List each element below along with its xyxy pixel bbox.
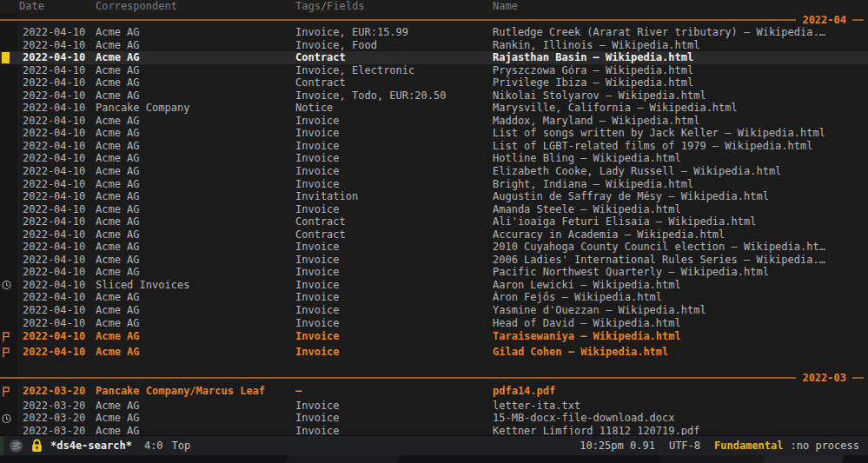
row-tags: Invoice (295, 127, 493, 140)
fringe-cell (0, 178, 23, 191)
document-row[interactable]: 2022-03-20Acme AGInvoiceKettner Limfjord… (0, 425, 868, 435)
document-row[interactable]: 2022-04-10Acme AGInvoiceMaddox, Maryland… (0, 115, 868, 128)
row-name: 2006 Ladies' International Rules Series … (493, 254, 868, 267)
lock-icon (30, 439, 43, 453)
buffer-name[interactable]: *ds4e-search* (50, 440, 132, 452)
row-date: 2022-03-20 (23, 384, 96, 400)
row-correspondent: Acme AG (96, 115, 295, 128)
fringe-cell (0, 228, 23, 241)
document-row[interactable]: 2022-04-10Acme AGInvoiceTaraisewaniya – … (0, 329, 868, 345)
document-row[interactable]: 2022-04-10Acme AGInvoiceBright, Indiana … (0, 178, 868, 191)
row-date: 2022-04-10 (23, 254, 96, 267)
document-row[interactable]: 2022-04-10Acme AGInvoiceElizabeth Cooke,… (0, 165, 868, 178)
row-correspondent: Acme AG (96, 317, 295, 330)
column-header-tags[interactable]: Tags/Fields (295, 0, 493, 13)
document-row[interactable]: 2022-04-10Acme AGContractPrivilege Ibiza… (0, 76, 868, 89)
clock-icon-fringe (0, 279, 23, 292)
document-row[interactable]: 2022-03-20Acme AGInvoice15-MB-docx-file-… (0, 412, 868, 425)
document-row[interactable]: 2022-04-10Acme AGInvoice, Todo, EUR:20.5… (0, 89, 868, 103)
month-separator: 2022-03 (0, 371, 868, 384)
column-header-correspondent[interactable]: Correspondent (96, 0, 295, 13)
major-mode-indicator[interactable]: Fundamental (714, 440, 783, 452)
row-date: 2022-03-20 (23, 425, 96, 435)
document-row[interactable]: 2022-04-10Acme AGInvoiceGilad Cohen – Wi… (0, 345, 868, 360)
row-tags: – (295, 384, 493, 400)
row-tags: Invoice (295, 425, 493, 435)
row-date: 2022-03-20 (23, 412, 96, 425)
document-row[interactable]: 2022-04-10Acme AGInvitationAugustin de S… (0, 190, 868, 203)
row-tags: Invoice, EUR:15.99 (295, 26, 493, 39)
document-row[interactable]: 2022-04-10Acme AGInvoiceList of LGBT-rel… (0, 140, 868, 153)
document-row[interactable]: 2022-04-10Acme AGInvoiceHead of David – … (0, 317, 868, 330)
row-name: Nikolai Stolyarov – Wikipedia.html (493, 89, 868, 103)
separator-line (852, 377, 864, 379)
row-date: 2022-04-10 (23, 178, 96, 191)
flag-icon-fringe (0, 329, 23, 345)
document-row[interactable]: 2022-04-10Pancake CompanyNoticeMarysvill… (0, 102, 868, 115)
row-name: Elizabeth Cooke, Lady Russell – Wikipedi… (493, 165, 868, 178)
row-name: Aaron Lewicki – Wikipedia.html (493, 279, 868, 292)
search-results-buffer[interactable]: Date Correspondent Tags/Fields Name 2022… (0, 0, 868, 435)
document-row[interactable]: 2022-04-10Acme AGContractRajasthan Basin… (0, 51, 868, 64)
row-date: 2022-04-10 (23, 317, 96, 330)
modeline[interactable]: *ds4e-search* 4:0 Top 10:25pm 0.91 UTF-8… (0, 435, 868, 455)
row-tags: Invoice (295, 266, 493, 279)
document-row[interactable]: 2022-04-10Acme AGInvoice2010 Cuyahoga Co… (0, 241, 868, 254)
document-row[interactable]: 2022-04-10Acme AGContractAccuracy in Aca… (0, 228, 868, 241)
column-header-name[interactable]: Name (493, 0, 868, 13)
wallpaper-shape (762, 455, 845, 463)
row-correspondent: Acme AG (96, 152, 295, 165)
row-correspondent: Acme AG (96, 291, 295, 304)
row-date: 2022-04-10 (23, 266, 96, 279)
buffer-mode-icon (9, 439, 23, 453)
document-row[interactable]: 2022-04-10Acme AGContractAli'ioaiga Fetu… (0, 215, 868, 228)
row-name: Gilad Cohen – Wikipedia.html (493, 345, 868, 360)
separator-month-label: 2022-03 (796, 372, 852, 384)
document-row[interactable]: 2022-04-10Acme AGInvoiceYasmine d'Ouezza… (0, 304, 868, 317)
separator-line (0, 377, 796, 379)
row-tags: Invoice (295, 203, 493, 216)
document-row[interactable]: 2022-04-10Acme AGInvoiceÁron Fejős – Wik… (0, 291, 868, 304)
row-correspondent: Acme AG (96, 51, 295, 64)
row-name: 15-MB-docx-file-download.docx (493, 412, 868, 425)
document-row[interactable]: 2022-04-10Acme AGInvoiceHotline Bling – … (0, 152, 868, 165)
fringe-cell (0, 140, 23, 153)
flag-icon-fringe (0, 384, 23, 400)
row-date: 2022-04-10 (23, 51, 96, 64)
document-row[interactable]: 2022-04-10Acme AGInvoice, ElectronicPrys… (0, 64, 868, 77)
row-date: 2022-04-10 (23, 241, 96, 254)
row-correspondent: Acme AG (96, 76, 295, 89)
row-correspondent: Acme AG (96, 412, 295, 425)
document-row[interactable]: 2022-04-10Acme AGInvoiceAmanda Steele – … (0, 203, 868, 216)
document-row[interactable]: 2022-04-10Acme AGInvoice, EUR:15.99Rutle… (0, 26, 868, 39)
fringe-cell (0, 26, 23, 39)
row-name: Amanda Steele – Wikipedia.html (493, 203, 868, 216)
row-correspondent: Sliced Invoices (96, 279, 295, 292)
row-tags: Invoice, Todo, EUR:20.50 (295, 89, 493, 103)
cursor-block-fringe (0, 51, 23, 64)
document-row[interactable]: 2022-04-10Acme AGInvoice, FoodRankin, Il… (0, 39, 868, 52)
document-row[interactable]: 2022-03-20Acme AGInvoiceletter-ita.txt (0, 400, 868, 413)
document-row[interactable]: 2022-04-10Sliced InvoicesInvoiceAaron Le… (0, 279, 868, 292)
cursor-position: 4:0 (144, 440, 163, 452)
fringe-cell (0, 39, 23, 52)
row-correspondent: Acme AG (96, 64, 295, 77)
fringe-cell (0, 165, 23, 178)
month-separator: 2022-04 (0, 13, 868, 26)
encoding-indicator[interactable]: UTF-8 (669, 440, 700, 452)
row-tags: Invoice (295, 329, 493, 345)
document-row[interactable]: 2022-04-10Acme AGInvoiceList of songs wr… (0, 127, 868, 140)
document-row[interactable]: 2022-04-10Acme AGInvoice2006 Ladies' Int… (0, 254, 868, 267)
row-date: 2022-04-10 (23, 203, 96, 216)
document-row[interactable]: 2022-03-20Pancake Company/Marcus Leaf–pd… (0, 384, 868, 400)
row-date: 2022-03-20 (23, 400, 96, 413)
fringe-cell (0, 102, 23, 115)
row-correspondent: Acme AG (96, 400, 295, 413)
row-tags: Invoice, Food (295, 39, 493, 52)
row-name: Marysville, California – Wikipedia.html (493, 102, 868, 115)
fringe-cell (0, 266, 23, 279)
column-header-date[interactable]: Date (19, 0, 96, 13)
document-row[interactable]: 2022-04-10Acme AGInvoicePacific Northwes… (0, 266, 868, 279)
row-date: 2022-04-10 (23, 329, 96, 345)
row-correspondent: Acme AG (96, 228, 295, 241)
